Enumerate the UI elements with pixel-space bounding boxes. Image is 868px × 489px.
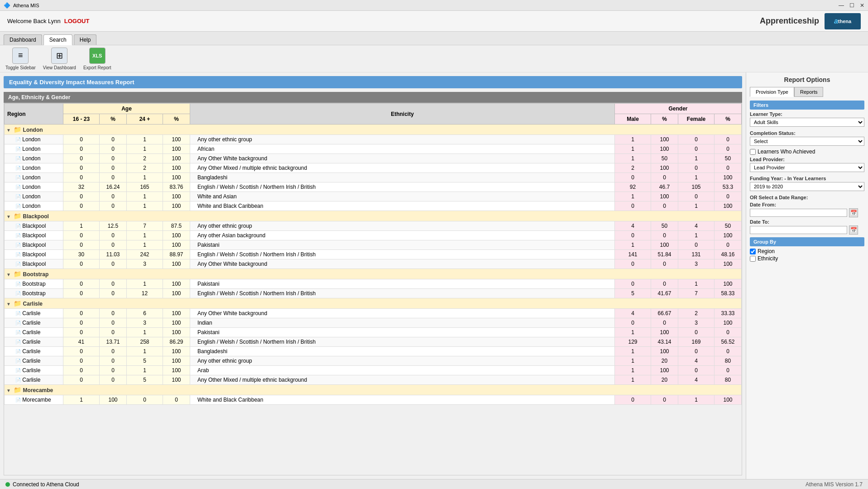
- close-button[interactable]: ✕: [860, 2, 864, 9]
- learners-achieved-checkbox[interactable]: [750, 149, 756, 155]
- tab-search[interactable]: Search: [43, 34, 72, 45]
- cell-pct1: 0: [100, 318, 127, 328]
- region-checkbox[interactable]: [750, 249, 756, 254]
- cell-pct1: 0: [100, 328, 127, 337]
- table-row: 📄 London 0 0 2 100 Any Other Mixed / mul…: [5, 163, 742, 173]
- cell-fpct: 100: [715, 318, 742, 328]
- cell-female: 0: [678, 144, 715, 154]
- cell-mpct: 100: [651, 240, 678, 250]
- cell-age1: 0: [63, 154, 100, 163]
- cell-ethnicity: English / Welsh / Scottish / Northern Ir…: [190, 289, 615, 298]
- toggle-sidebar-button[interactable]: ≡ Toggle Sidebar: [5, 48, 36, 70]
- group-by-bar: Group By: [750, 237, 864, 246]
- cell-pct1: 0: [100, 309, 127, 318]
- cell-female: 3: [678, 259, 715, 269]
- cell-pct2: 100: [163, 375, 190, 385]
- collapse-icon[interactable]: ▼: [6, 302, 11, 307]
- group-name: London: [23, 127, 43, 133]
- table-row: 📄 Morecambe 1 100 0 0 White and Black Ca…: [5, 395, 742, 405]
- cell-ethnicity: Any Other White background: [190, 309, 615, 318]
- cell-pct2: 100: [163, 328, 190, 337]
- cell-male: 5: [615, 289, 651, 298]
- learner-type-select[interactable]: Adult Skills Apprenticeship 16-18 All: [750, 118, 864, 127]
- completion-status-select[interactable]: Select Achieved Continuing Withdrawn: [750, 137, 864, 146]
- cell-female: 4: [678, 375, 715, 385]
- cell-region: 📄 Carlisle: [5, 337, 63, 347]
- cell-male: 0: [615, 259, 651, 269]
- cell-male: 92: [615, 182, 651, 192]
- table-row: 📄 Blackpool 0 0 3 100 Any Other White ba…: [5, 259, 742, 269]
- table-row: 📄 Carlisle 0 0 3 100 Indian 0 0 3 100: [5, 318, 742, 328]
- cell-ethnicity: English / Welsh / Scottish / Northern Ir…: [190, 337, 615, 347]
- collapse-icon[interactable]: ▼: [6, 214, 11, 219]
- cell-age1: 0: [63, 201, 100, 211]
- col-male-pct-header: %: [651, 114, 678, 125]
- cell-female: 4: [678, 356, 715, 366]
- cell-pct2: 100: [163, 154, 190, 163]
- cell-pct2: 100: [163, 192, 190, 201]
- tab-help[interactable]: Help: [74, 34, 97, 45]
- cell-region: 📄 London: [5, 163, 63, 173]
- cell-age2: 12: [127, 289, 163, 298]
- cell-age1: 1: [63, 221, 100, 231]
- cell-ethnicity: Pakistani: [190, 328, 615, 337]
- collapse-icon[interactable]: ▼: [6, 388, 11, 393]
- maximize-button[interactable]: ☐: [849, 2, 854, 9]
- cell-fpct: 0: [715, 192, 742, 201]
- col-female-pct-header: %: [715, 114, 742, 125]
- date-to-calendar-button[interactable]: 📅: [849, 225, 858, 235]
- cell-pct2: 100: [163, 201, 190, 211]
- table-container[interactable]: Region Age Ethnicity Gender 16 - 23 % 24…: [4, 103, 742, 475]
- group-name: Blackpool: [23, 213, 49, 220]
- cell-male: 1: [615, 328, 651, 337]
- col-age-header: Age: [63, 104, 190, 114]
- cell-age2: 1: [127, 328, 163, 337]
- cell-pct1: 16.24: [100, 182, 127, 192]
- table-row: 📄 Carlisle 0 0 6 100 Any Other White bac…: [5, 309, 742, 318]
- collapse-icon[interactable]: ▼: [6, 128, 11, 133]
- group-row: ▼ 📁 Carlisle: [5, 298, 742, 309]
- table-row: 📄 London 0 0 1 100 Bangladeshi 0 0 1 100: [5, 173, 742, 182]
- cell-female: 0: [678, 135, 715, 144]
- cell-male: 0: [615, 279, 651, 289]
- cell-age1: 41: [63, 337, 100, 347]
- cell-fpct: 0: [715, 328, 742, 337]
- date-to-input[interactable]: [750, 226, 847, 234]
- cell-female: 4: [678, 221, 715, 231]
- date-from-calendar-button[interactable]: 📅: [849, 208, 858, 217]
- table-row: 📄 Carlisle 0 0 1 100 Bangladeshi 1 100 0…: [5, 347, 742, 356]
- cell-pct2: 88.97: [163, 250, 190, 259]
- date-from-input[interactable]: [750, 209, 847, 217]
- header: Welcome Back Lynn LOGOUT Apprenticeship …: [0, 11, 868, 32]
- cell-mpct: 0: [651, 318, 678, 328]
- minimize-button[interactable]: —: [839, 2, 844, 9]
- cell-male: 1: [615, 192, 651, 201]
- cell-female: 1: [678, 201, 715, 211]
- funding-year-label: Funding Year: - In Year Learners: [750, 176, 864, 181]
- funding-year-select[interactable]: 2019 to 2020 2018 to 2019 2017 to 2018: [750, 182, 864, 191]
- lead-provider-select[interactable]: Lead Provider: [750, 163, 864, 172]
- statusbar-right: Athena MIS Version 1.7: [806, 481, 863, 488]
- header-right: Apprenticeship a thena: [760, 13, 861, 29]
- ethnicity-checkbox[interactable]: [750, 256, 756, 262]
- cell-male: 129: [615, 337, 651, 347]
- cell-female: 0: [678, 240, 715, 250]
- cell-age1: 0: [63, 231, 100, 240]
- collapse-icon[interactable]: ▼: [6, 272, 11, 277]
- cell-female: 1: [678, 173, 715, 182]
- tab-reports[interactable]: Reports: [794, 87, 824, 97]
- tab-dashboard[interactable]: Dashboard: [4, 34, 42, 45]
- export-report-button[interactable]: XLS Export Report: [83, 48, 111, 70]
- report-title: Equality & Diversity Impact Measures Rep…: [4, 76, 742, 88]
- cell-region: 📄 London: [5, 135, 63, 144]
- lead-provider-label: Lead Provider:: [750, 157, 864, 162]
- tab-provision-type[interactable]: Provision Type: [750, 87, 794, 97]
- cell-pct1: 0: [100, 135, 127, 144]
- cell-fpct: 58.33: [715, 289, 742, 298]
- logout-button[interactable]: LOGOUT: [64, 18, 90, 24]
- view-dashboard-button[interactable]: ⊞ View Dashboard: [43, 48, 76, 70]
- cell-region: 📄 Carlisle: [5, 347, 63, 356]
- cell-fpct: 0: [715, 144, 742, 154]
- cell-ethnicity: Any other ethnic group: [190, 356, 615, 366]
- learners-achieved-label: Learners Who Achieved: [758, 149, 815, 155]
